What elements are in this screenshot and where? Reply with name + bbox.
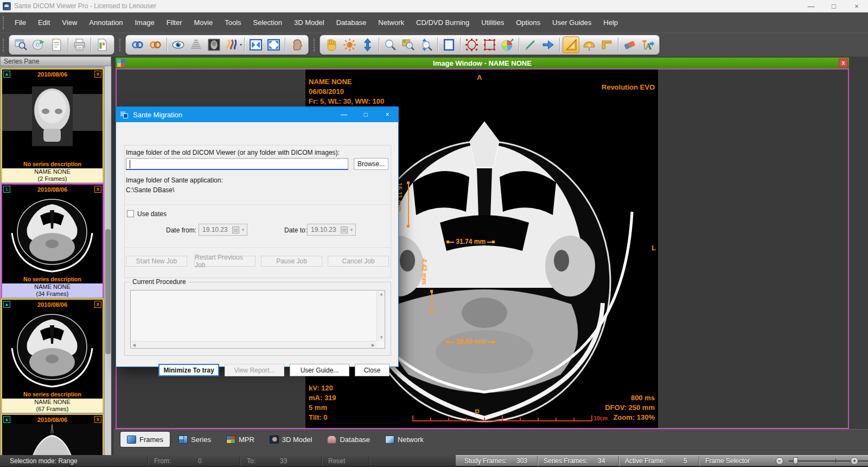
- toolbar-grip-1[interactable]: [3, 39, 5, 52]
- series-pane-scrollbar[interactable]: [104, 66, 111, 455]
- reference-frame-icon[interactable]: [206, 36, 222, 53]
- date-dropdown-icon[interactable]: ▼: [239, 228, 247, 232]
- pan-hand-icon[interactable]: [323, 36, 340, 53]
- report-icon[interactable]: [48, 36, 65, 53]
- browse-button[interactable]: Browse...: [354, 158, 388, 170]
- menu-cddvd-burning[interactable]: CD/DVD Burning: [410, 12, 475, 33]
- window-level-icon[interactable]: [188, 36, 205, 53]
- dialog-minimize-button[interactable]: —: [333, 107, 355, 122]
- view-report-button[interactable]: View Report...: [225, 364, 284, 376]
- series-close-icon[interactable]: x: [94, 416, 101, 423]
- menu-options[interactable]: Options: [510, 12, 546, 33]
- use-dates-label[interactable]: Use dates: [137, 210, 167, 218]
- sync-series-icon[interactable]: [129, 36, 146, 53]
- scroll-frames-icon[interactable]: [359, 36, 376, 53]
- series-thumbnail-4[interactable]: ▲ 2010/08/06 x: [1, 414, 104, 455]
- menu-drag-grip[interactable]: [3, 16, 5, 29]
- cancel-job-button[interactable]: Cancel Job: [328, 256, 389, 267]
- menu-image[interactable]: Image: [129, 12, 160, 33]
- ellipse-roi-icon[interactable]: [463, 36, 480, 53]
- menu-filter[interactable]: Filter: [161, 12, 188, 33]
- tab-series[interactable]: Series: [172, 432, 218, 447]
- tab-mpr[interactable]: MPR: [220, 432, 261, 447]
- series-thumbnail-image[interactable]: [2, 79, 103, 160]
- draw-line-pencil-icon[interactable]: [522, 36, 539, 53]
- close-button[interactable]: ×: [845, 0, 868, 12]
- ruler-icon[interactable]: [563, 36, 579, 53]
- protractor-icon[interactable]: 1: [580, 36, 597, 53]
- dialog-title-bar[interactable]: Sante Migration — □ ×: [116, 107, 398, 122]
- calendar-icon[interactable]: [232, 226, 239, 234]
- tab-database[interactable]: Database: [321, 432, 376, 447]
- measurement-31mm[interactable]: 31.74 mm: [446, 238, 495, 245]
- dialog-maximize-button[interactable]: □: [355, 107, 376, 122]
- minimize-button[interactable]: —: [800, 0, 822, 12]
- menu-utilities[interactable]: Utilities: [475, 12, 510, 33]
- tab-network[interactable]: Network: [379, 432, 430, 447]
- tab-frames[interactable]: Frames: [120, 432, 170, 447]
- text-annotation-icon[interactable]: A: [639, 36, 656, 53]
- frame-slider-thumb[interactable]: [793, 457, 798, 464]
- frame-minus-button[interactable]: −: [776, 457, 783, 465]
- menu-network[interactable]: Network: [372, 12, 410, 33]
- menu-edit[interactable]: Edit: [32, 12, 56, 33]
- menu-file[interactable]: File: [9, 12, 32, 33]
- measurement-16mm[interactable]: 16.11 mm: [397, 181, 418, 230]
- rectangle-roi-icon[interactable]: [481, 36, 498, 53]
- scroll-right-icon[interactable]: ▶: [372, 343, 375, 348]
- listbox-hscrollbar[interactable]: ◀▶: [131, 341, 376, 348]
- series-thumbnail-2-selected[interactable]: 1 2010/08/06 x No series description NAM…: [1, 184, 104, 298]
- actual-size-icon[interactable]: [265, 36, 282, 53]
- new-document-icon[interactable]: [94, 36, 111, 53]
- menu-database[interactable]: Database: [330, 12, 373, 33]
- cobb-angle-icon[interactable]: [598, 36, 615, 53]
- old-folder-input[interactable]: [126, 158, 348, 170]
- date-to-field[interactable]: 19.10.23▼: [307, 224, 356, 236]
- 3d-head-icon[interactable]: [288, 36, 305, 53]
- use-dates-checkbox[interactable]: [127, 210, 134, 217]
- minimize-to-tray-button[interactable]: Minimize To tray: [158, 364, 219, 376]
- print-icon[interactable]: [71, 36, 88, 53]
- date-dropdown-icon[interactable]: ▼: [348, 228, 355, 232]
- menu-view[interactable]: View: [56, 12, 83, 33]
- series-thumbnail-1[interactable]: ▲ 2010/08/06 x No series description NAM…: [1, 68, 104, 182]
- menu-help[interactable]: Help: [597, 12, 624, 33]
- show-overlays-eye-icon[interactable]: [170, 36, 187, 53]
- palette-presets-icon[interactable]: [224, 36, 240, 53]
- menu-tools[interactable]: Tools: [219, 12, 247, 33]
- zoom-selection-icon[interactable]: [400, 36, 417, 53]
- series-close-icon[interactable]: x: [94, 186, 101, 193]
- open-study-icon[interactable]: [12, 36, 29, 53]
- menu-annotation[interactable]: Annotation: [83, 12, 129, 33]
- series-close-icon[interactable]: x: [94, 301, 101, 308]
- draw-arrow-icon[interactable]: [540, 36, 557, 53]
- eraser-icon[interactable]: [621, 36, 638, 53]
- start-new-job-button[interactable]: Start New Job: [126, 256, 187, 267]
- toolbar-grip-3[interactable]: [314, 39, 316, 52]
- frame-plus-button[interactable]: +: [851, 457, 858, 465]
- dialog-close-button[interactable]: ×: [376, 107, 398, 122]
- date-from-field[interactable]: 19.10.23▼: [199, 224, 247, 236]
- tab-3d-model[interactable]: 3D Model: [263, 432, 319, 447]
- palette-dropdown-icon[interactable]: ▾: [240, 42, 242, 47]
- scroll-down-icon[interactable]: ▼: [379, 335, 384, 340]
- menu-3d-model[interactable]: 3D Model: [288, 12, 330, 33]
- menu-selection[interactable]: Selection: [247, 12, 288, 33]
- image-window-close-icon[interactable]: x: [839, 59, 848, 67]
- scrollbar-thumb[interactable]: [105, 229, 111, 354]
- brightness-sun-icon[interactable]: [341, 36, 358, 53]
- toolbar-grip-2[interactable]: [119, 39, 122, 52]
- close-dialog-button[interactable]: Close: [355, 364, 390, 376]
- scroll-left-icon[interactable]: ◀: [132, 343, 136, 348]
- color-wheel-icon[interactable]: [499, 36, 516, 53]
- reset-button[interactable]: Reset: [328, 455, 345, 467]
- series-thumbnail-image[interactable]: [2, 194, 103, 275]
- calendar-icon[interactable]: [341, 226, 348, 234]
- scroll-up-icon[interactable]: ▲: [379, 292, 384, 296]
- user-guide-button[interactable]: User Guide...: [290, 364, 349, 376]
- restart-previous-job-button[interactable]: Restart Previous Job: [194, 256, 256, 267]
- menu-movie[interactable]: Movie: [188, 12, 219, 33]
- rectangle-select-icon[interactable]: [441, 36, 457, 53]
- listbox-vscrollbar[interactable]: ▲▼: [376, 291, 385, 341]
- series-thumbnail-image[interactable]: [2, 309, 103, 390]
